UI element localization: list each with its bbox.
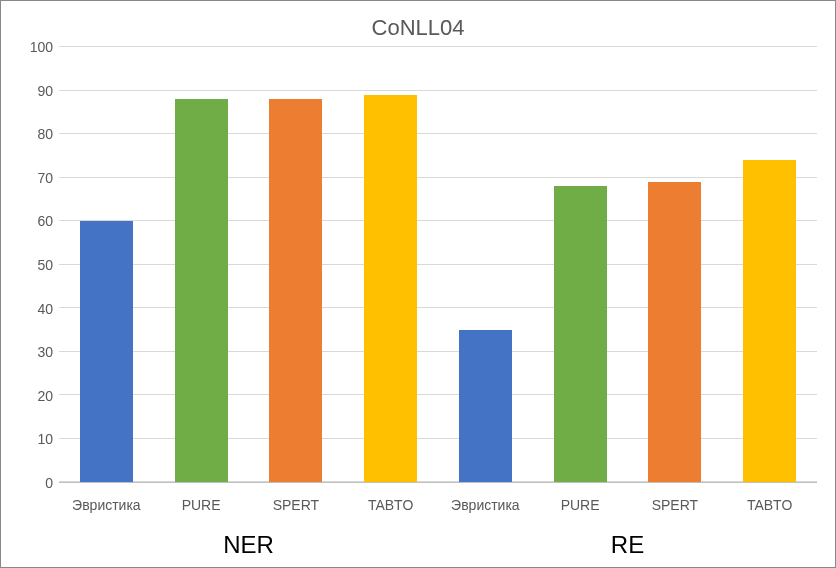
- bar: [364, 95, 417, 482]
- bar-slot: [722, 47, 817, 482]
- bar-label: TABTO: [343, 497, 438, 513]
- x-axis: ЭвристикаPURESPERTTABTONERЭвристикаPURES…: [19, 493, 817, 567]
- bar: [743, 160, 796, 482]
- bar: [459, 330, 512, 482]
- y-tick-label: 100: [30, 39, 53, 55]
- bar-label: PURE: [533, 497, 628, 513]
- bar: [648, 182, 701, 482]
- y-tick-label: 70: [37, 170, 53, 186]
- y-axis: 0102030405060708090100: [19, 47, 59, 483]
- y-tick-label: 90: [37, 83, 53, 99]
- bar: [80, 221, 133, 482]
- bar-slot: [249, 47, 344, 482]
- y-tick-label: 60: [37, 213, 53, 229]
- y-tick-label: 50: [37, 257, 53, 273]
- bar-label: Эвристика: [59, 497, 154, 513]
- bar-label: SPERT: [249, 497, 344, 513]
- bar-group: [438, 47, 817, 482]
- bar-label: Эвристика: [438, 497, 533, 513]
- bar-slot: [533, 47, 628, 482]
- y-tick-label: 0: [45, 475, 53, 491]
- y-tick-label: 10: [37, 431, 53, 447]
- group-label: NER: [59, 531, 438, 559]
- group-label: RE: [438, 531, 817, 559]
- bar: [554, 186, 607, 482]
- bar: [175, 99, 228, 482]
- bar-labels-row: ЭвристикаPURESPERTTABTO: [59, 497, 438, 513]
- bar-slot: [154, 47, 249, 482]
- bar-slot: [343, 47, 438, 482]
- bar-label: TABTO: [722, 497, 817, 513]
- chart-title: CoNLL04: [1, 15, 835, 41]
- bar-labels-row: ЭвристикаPURESPERTTABTO: [438, 497, 817, 513]
- bar-label: PURE: [154, 497, 249, 513]
- y-tick-label: 30: [37, 344, 53, 360]
- y-tick-label: 80: [37, 126, 53, 142]
- bars-layer: [59, 47, 817, 482]
- bar: [269, 99, 322, 482]
- plot-area-wrap: 0102030405060708090100: [19, 47, 817, 483]
- bar-group: [59, 47, 438, 482]
- bar-slot: [628, 47, 723, 482]
- chart-frame: CoNLL04 0102030405060708090100 Эвристика…: [0, 0, 836, 568]
- bar-slot: [438, 47, 533, 482]
- x-groups: ЭвристикаPURESPERTTABTONERЭвристикаPURES…: [59, 493, 817, 567]
- y-tick-label: 40: [37, 301, 53, 317]
- bar-slot: [59, 47, 154, 482]
- x-group: ЭвристикаPURESPERTTABTONER: [59, 493, 438, 567]
- bar-label: SPERT: [628, 497, 723, 513]
- x-group: ЭвристикаPURESPERTTABTORE: [438, 493, 817, 567]
- y-tick-label: 20: [37, 388, 53, 404]
- plot-area: [59, 47, 817, 483]
